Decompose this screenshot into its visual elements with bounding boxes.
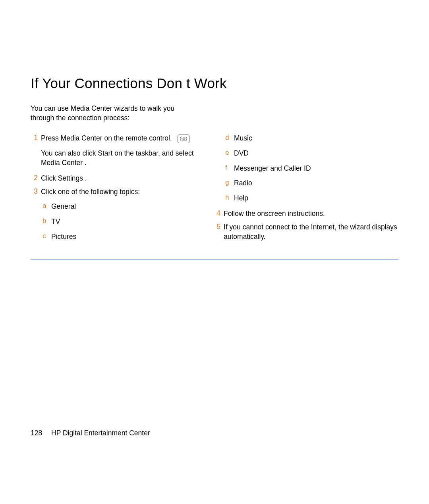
sub-letter: f <box>224 164 234 172</box>
sub-letter: a <box>41 202 51 210</box>
sub-item-c: c Pictures <box>41 232 197 242</box>
step-2: 2 Click Settings . <box>31 174 197 183</box>
step-extra: You can also click Start on the taskbar,… <box>41 149 197 167</box>
step-number: 2 <box>31 174 41 182</box>
sub-letter: d <box>224 134 234 142</box>
sub-text: Pictures <box>51 232 76 242</box>
step-number: 1 <box>31 134 41 142</box>
sub-item-e: e DVD <box>224 149 398 158</box>
book-title: HP Digital Entertainment Center <box>51 429 150 437</box>
section-divider <box>31 260 398 260</box>
sub-text: DVD <box>234 149 249 158</box>
step-text: If you cannot connect to the Internet, t… <box>224 223 398 241</box>
sub-letter: c <box>41 232 51 240</box>
media-center-button-icon <box>178 135 189 143</box>
sub-item-a: a General <box>41 202 197 212</box>
sub-letter: b <box>41 217 51 225</box>
sub-text: TV <box>51 217 60 227</box>
step-number: 5 <box>213 223 224 231</box>
step-number: 4 <box>213 209 224 217</box>
sub-text: Messenger and Caller ID <box>234 164 311 173</box>
step-4: 4 Follow the onscreen instructions. <box>213 209 398 219</box>
sub-letter: h <box>224 194 234 202</box>
windows-flag-icon <box>180 136 187 142</box>
step-5: 5 If you cannot connect to the Internet,… <box>213 223 398 241</box>
sub-letter: e <box>224 149 234 157</box>
sub-text: Help <box>234 194 248 203</box>
sub-text: Music <box>234 134 252 143</box>
content-columns: 1 Press Media Center on the remote contr… <box>31 134 398 245</box>
left-column: 1 Press Media Center on the remote contr… <box>31 134 197 245</box>
sub-text: Radio <box>234 179 252 188</box>
intro-text: You can use Media Center wizards to walk… <box>31 104 197 123</box>
page-footer: 128 HP Digital Entertainment Center <box>31 429 150 437</box>
step-text: Click one of the following topics: <box>41 187 197 197</box>
sub-item-h: h Help <box>224 194 398 203</box>
step-3: 3 Click one of the following topics: <box>31 187 197 197</box>
page-title: If Your Connections Don t Work <box>31 75 398 91</box>
step-1: 1 Press Media Center on the remote contr… <box>31 134 197 170</box>
step-number: 3 <box>31 187 41 196</box>
sub-item-f: f Messenger and Caller ID <box>224 164 398 173</box>
step-text: Press Media Center on the remote control… <box>41 134 172 142</box>
sub-item-g: g Radio <box>224 179 398 188</box>
right-column: d Music e DVD f Messenger and Caller ID … <box>213 134 398 245</box>
sub-text: General <box>51 202 76 212</box>
step-body: Press Media Center on the remote control… <box>41 134 197 170</box>
step-text: Follow the onscreen instructions. <box>224 209 398 219</box>
document-page: If Your Connections Don t Work You can u… <box>0 0 429 260</box>
sub-item-d: d Music <box>224 134 398 143</box>
step-text: Click Settings . <box>41 174 197 183</box>
sub-item-b: b TV <box>41 217 197 227</box>
sub-letter: g <box>224 179 234 187</box>
page-number: 128 <box>31 429 42 437</box>
